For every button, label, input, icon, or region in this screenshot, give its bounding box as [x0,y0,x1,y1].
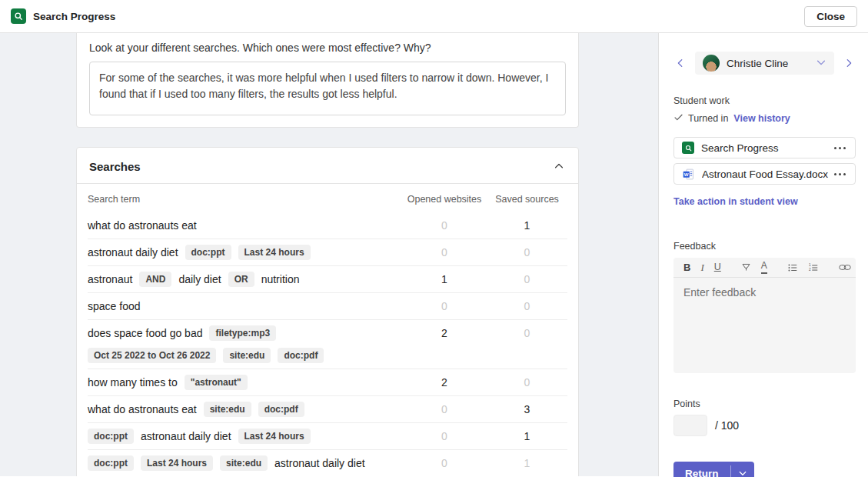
filter-chip: site:edu [204,402,251,417]
underline-icon[interactable]: U [714,262,721,272]
italic-icon[interactable]: I [700,262,703,272]
attachment-essay-docx[interactable]: W Astronaut Food Essay.docx [673,163,856,185]
more-options-icon[interactable] [833,170,847,178]
search-term: does space food go badfiletype:mp3Oct 25… [88,325,402,363]
saved-sources-count: 0 [487,299,567,314]
question-prompt: Look at your different searches. Which o… [89,42,566,54]
filter-chip: site:edu [220,455,268,471]
opened-websites-count: 2 [402,375,487,390]
points-max: / 100 [715,419,739,432]
main-content-area: Look at your different searches. Which o… [0,33,658,476]
filter-chip: doc:ppt [185,245,231,260]
highlighter-icon[interactable] [741,262,751,272]
next-student-button[interactable] [842,56,856,70]
searches-table: Search term Opened websites Saved source… [77,184,578,476]
collapse-section-button[interactable] [552,159,566,173]
grading-sidebar: Christie Cline Student work Turned in Vi… [658,33,868,476]
close-button[interactable]: Close [804,6,857,27]
search-progress-icon [682,142,694,154]
attachment-label: Search Progress [701,142,833,154]
search-progress-icon [11,8,26,24]
link-icon[interactable] [839,263,851,272]
feedback-label: Feedback [673,241,856,252]
word-doc-icon: W [682,168,695,181]
student-navigator: Christie Cline [673,52,856,75]
svg-text:2: 2 [809,268,811,272]
search-row: does space food go badfiletype:mp3Oct 25… [88,319,567,369]
saved-sources-count: 3 [487,402,567,417]
formatting-toolbar: B I U A 12 [673,258,856,278]
saved-sources-count: 0 [487,325,567,341]
svg-text:W: W [684,171,689,176]
avatar [703,55,720,72]
searches-table-header: Search term Opened websites Saved source… [88,184,567,212]
saved-sources-count: 1 [487,218,567,233]
search-row: space food00 [88,292,567,319]
search-term: what do astronauts eatsite:edudoc:pdf [88,402,402,417]
saved-sources-count: 1 [487,455,567,471]
view-history-link[interactable]: View history [733,113,790,124]
top-bar: Search Progress Close [0,0,868,33]
student-work-label: Student work [673,95,856,106]
search-row: doc:pptastronaut daily dietLast 24 hours… [88,422,567,449]
search-term: astronautANDdaily dietORnutrition [88,272,402,287]
search-term: how many times to"astronaut" [88,375,402,390]
feedback-editor: B I U A 12 Enter feed [673,258,856,373]
checkmark-icon [673,112,683,125]
term-text: what do astronauts eat [88,218,197,233]
search-row: doc:pptLast 24 hourssite:eduastronaut da… [88,449,567,476]
term-text: astronaut daily diet [141,429,231,444]
return-split-button: Return [673,462,754,477]
saved-sources-count: 0 [487,375,567,390]
search-term: space food [88,299,402,314]
term-text: does space food go bad [88,325,202,341]
searches-title: Searches [89,160,141,173]
return-button[interactable]: Return [673,462,730,477]
bullet-list-icon[interactable] [787,262,798,273]
search-row: astronaut daily dietdoc:pptLast 24 hours… [88,239,567,265]
filter-chip: doc:pdf [258,402,304,417]
take-action-link[interactable]: Take action in student view [673,196,798,207]
chevron-up-icon [554,162,564,174]
filter-chip: OR [228,272,254,287]
term-text: how many times to [88,375,178,390]
points-input[interactable] [673,415,707,436]
font-color-icon[interactable]: A [761,261,767,273]
filter-chip: site:edu [223,348,271,363]
opened-websites-count: 0 [402,402,487,417]
numbered-list-icon[interactable]: 12 [808,262,819,273]
opened-websites-count: 0 [402,429,487,444]
chevron-down-icon [816,57,826,70]
more-options-icon[interactable] [833,144,847,152]
filter-chip: "astronaut" [185,375,248,390]
opened-websites-count: 0 [402,218,487,233]
feedback-input[interactable]: Enter feedback [673,278,856,307]
attachment-search-progress[interactable]: Search Progress [673,137,856,158]
search-term: doc:pptLast 24 hourssite:eduastronaut da… [88,455,402,471]
attachments-list: Search Progress W Astronaut Food Essay.d… [673,137,856,185]
filter-chip: Oct 25 2022 to Oct 26 2022 [88,348,216,363]
attachment-label: Astronaut Food Essay.docx [702,168,833,180]
term-text: astronaut daily diet [88,245,178,260]
search-term: astronaut daily dietdoc:pptLast 24 hours [88,245,402,260]
student-selector-dropdown[interactable]: Christie Cline [695,52,834,75]
question-card: Look at your different searches. Which o… [76,33,579,128]
turn-in-status: Turned in View history [673,112,856,125]
filter-chip: Last 24 hours [238,245,311,260]
filter-chip: doc:pdf [278,348,324,363]
svg-text:1: 1 [809,263,811,267]
bold-icon[interactable]: B [683,262,690,272]
opened-websites-count: 0 [402,455,487,471]
previous-student-button[interactable] [673,56,687,70]
return-options-button[interactable] [731,462,754,477]
column-header-opened-websites: Opened websites [402,194,487,205]
search-row: what do astronauts eat01 [88,212,567,239]
opened-websites-count: 1 [402,272,487,287]
term-text: astronaut [88,272,132,287]
search-row: astronautANDdaily dietORnutrition10 [88,265,567,292]
term-text: what do astronauts eat [88,402,197,417]
points-label: Points [673,399,856,409]
filter-chip: Last 24 hours [238,429,311,444]
search-row: how many times to"astronaut"20 [88,369,567,395]
student-answer-box[interactable]: For some of the searches, it was more he… [89,62,566,115]
